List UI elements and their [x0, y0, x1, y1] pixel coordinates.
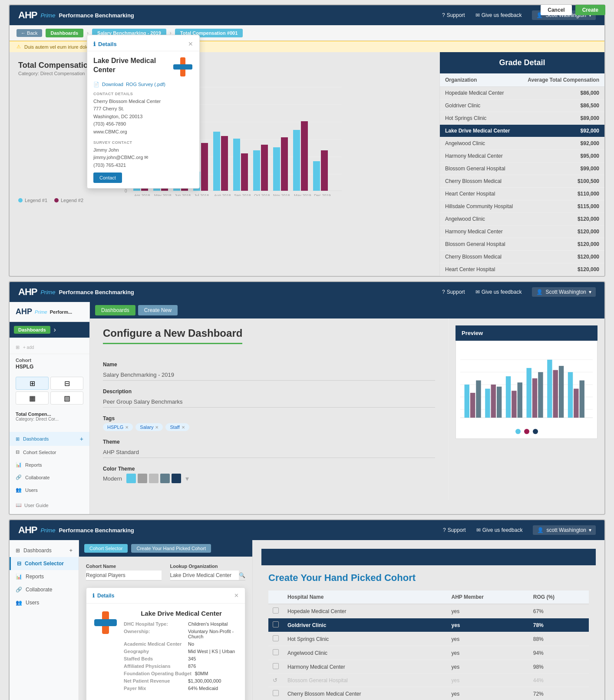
panel2-grid-icon-4[interactable]: ▧ — [50, 391, 83, 405]
tag-remove-hsplg[interactable]: ✕ — [125, 425, 129, 430]
details-field-row: GeographyMid West | KS | Urban — [124, 649, 239, 654]
preview-dots — [460, 429, 593, 434]
swatch-4[interactable] — [160, 474, 170, 483]
cohort-table-row[interactable]: Cherry Blossom Medical Centeryes72% — [268, 687, 589, 700]
cohort-table-row[interactable]: ↺Blossom General Hospitalyes44% — [268, 674, 589, 687]
svg-rect-65 — [553, 370, 558, 418]
row-checkbox-0[interactable] — [273, 607, 279, 614]
panel2-grid-icon-2[interactable]: ⊟ — [50, 377, 83, 390]
svg-rect-62 — [532, 378, 537, 418]
preview-dot-2[interactable] — [524, 429, 529, 434]
svg-text:Sep 2018: Sep 2018 — [234, 193, 251, 196]
details-value: $0MM — [195, 671, 208, 676]
support-link-1[interactable]: ? Support — [442, 12, 465, 18]
popup-download-1[interactable]: 📄 Download ROG Survey (.pdf) — [93, 82, 193, 87]
tab-create-new-2[interactable]: Create New — [138, 305, 178, 315]
preview-dot-3[interactable] — [533, 429, 538, 434]
support-link-2[interactable]: ? Support — [442, 289, 465, 295]
sidebar-item-dashboards-3[interactable]: ⊞ Dashboards + — [10, 544, 79, 557]
contact-button-1[interactable]: Contact — [93, 173, 122, 183]
tag-remove-salary[interactable]: ✕ — [155, 425, 158, 430]
details-value: 345 — [188, 656, 196, 661]
sidebar-item-dashboards-2[interactable]: ⊞ Dashboards + — [10, 432, 89, 446]
breadcrumb-dashboards-1[interactable]: Dashboards — [46, 29, 84, 37]
sidebar-item-users-2[interactable]: 👥 Users — [10, 484, 89, 496]
grade-comp: $89,000 — [520, 112, 604, 125]
user-menu-3[interactable]: 👤 scott Washington ▾ — [533, 525, 596, 535]
cohort-table-row[interactable]: Goldriver Clinicyes78% — [268, 618, 589, 632]
user-guide-2[interactable]: 📖 User Guide — [10, 496, 89, 514]
swatch-5[interactable] — [172, 474, 181, 483]
add-icon-3[interactable]: + — [69, 547, 73, 554]
svg-text:0: 0 — [125, 189, 127, 193]
row-checkbox-6[interactable] — [273, 690, 279, 696]
ahp-member-cell: yes — [447, 632, 528, 646]
swatch-1[interactable] — [126, 474, 136, 483]
form-input-name[interactable] — [103, 369, 435, 381]
panel2-grid-icon-3[interactable]: ▦ — [16, 391, 49, 405]
dashboards-tab-2[interactable]: Dashboards — [14, 326, 50, 334]
collapse-icon-2[interactable]: › — [54, 326, 56, 334]
details-close-3[interactable]: ✕ — [234, 592, 239, 599]
panel2-grid-icon-1[interactable]: ⊞ — [16, 377, 49, 390]
hospital-name-cell: Angelwood Clinic — [283, 646, 447, 660]
svg-rect-29 — [281, 137, 288, 191]
sidebar-item-cohort-2[interactable]: ⊟ Cohort Selector — [10, 446, 89, 458]
back-button-1[interactable]: ← Back — [17, 29, 42, 37]
swatch-3[interactable] — [149, 474, 158, 483]
cohort-table-row[interactable]: Angelwood Clinicyes94% — [268, 646, 589, 660]
swatch-2[interactable] — [138, 474, 147, 483]
form-label-theme: Theme — [103, 439, 435, 445]
prime-text-2: Prime — [40, 289, 55, 295]
form-select-theme[interactable]: AHP Standard — [103, 447, 435, 458]
panel2-left-col: AHP Prime Perform... Dashboards › ⊞ + ad… — [10, 302, 90, 514]
refresh-icon-5[interactable]: ↺ — [273, 677, 277, 683]
user-menu-2[interactable]: 👤 Scott Washington ▾ — [532, 287, 596, 297]
svg-rect-24 — [233, 139, 240, 191]
cohort-table-header-row: Hospital Name AHP Member ROG (%) — [268, 591, 589, 604]
sidebar-item-users-3[interactable]: 👥 Users — [10, 596, 79, 609]
chart-section: Total Compensation #001 Category: Direct… — [10, 52, 439, 276]
tag-salary: Salary ✕ — [135, 423, 163, 431]
sidebar-item-collaborate-2[interactable]: 🔗 Collaborate — [10, 471, 89, 484]
feedback-link-1[interactable]: ✉ Give us feedback — [475, 12, 522, 18]
panel2-card-subtitle: Category: Direct Cor... — [16, 417, 83, 421]
form-input-desc[interactable] — [103, 396, 435, 408]
popup-close-1[interactable]: ✕ — [188, 40, 193, 47]
details-value: Voluntary Non-Profit - Church — [188, 629, 239, 639]
svg-rect-21 — [201, 143, 208, 191]
app-name-2: Performance Benchmarking — [59, 289, 134, 295]
add-dashboard-icon[interactable]: + — [80, 435, 83, 442]
row-checkbox-3[interactable] — [273, 649, 279, 655]
details-logo-3 — [92, 610, 119, 693]
chevron-down-color[interactable]: ▾ — [185, 474, 189, 483]
row-checkbox-4[interactable] — [273, 663, 279, 669]
tag-remove-staff[interactable]: ✕ — [182, 425, 185, 430]
collaborate-icon-3: 🔗 — [16, 587, 22, 593]
details-label: Payer Mix — [124, 686, 185, 691]
row-checkbox-2[interactable] — [273, 635, 279, 641]
tab-create-cohort-3[interactable]: Create Your Hand Picked Cohort — [131, 544, 211, 553]
cohort-table-row[interactable]: Hopedale Medical Centeryes67% — [268, 604, 589, 618]
feedback-link-3[interactable]: ✉ Give us feedback — [476, 527, 523, 533]
tab-dashboards-2[interactable]: Dashboards — [95, 305, 135, 315]
tab-cohort-selector-3[interactable]: Cohort Selector — [84, 544, 128, 553]
lookup-org-input[interactable] — [170, 571, 239, 580]
feedback-link-2[interactable]: ✉ Give us feedback — [475, 289, 522, 295]
download-icon-1: 📄 — [93, 82, 99, 87]
panel2-logo: AHP Prime Perform... — [10, 302, 89, 322]
handpicked-content: Create Your Hand Picked Cohort Hospital … — [261, 565, 596, 700]
sidebar-item-reports-2[interactable]: 📊 Reports — [10, 458, 89, 471]
sidebar-item-collaborate-3[interactable]: 🔗 Collaborate — [10, 583, 79, 596]
row-checkbox-1[interactable] — [273, 621, 279, 627]
preview-dot-1[interactable] — [515, 429, 521, 434]
details-popup-title-3: ℹ Details — [92, 593, 114, 599]
details-popup-header-3: ℹ Details ✕ — [86, 588, 245, 604]
cohort-table-row[interactable]: Harmony Medical Centeryes98% — [268, 660, 589, 674]
cohort-table-row[interactable]: Hot Springs Clinicyes88% — [268, 632, 589, 646]
svg-rect-59 — [512, 391, 516, 418]
support-link-3[interactable]: ? Support — [443, 527, 466, 533]
sidebar-item-reports-3[interactable]: 📊 Reports — [10, 570, 79, 583]
sidebar-item-cohort-3[interactable]: ⊟ Cohort Selector — [10, 557, 79, 570]
cohort-name-input[interactable] — [86, 571, 162, 581]
